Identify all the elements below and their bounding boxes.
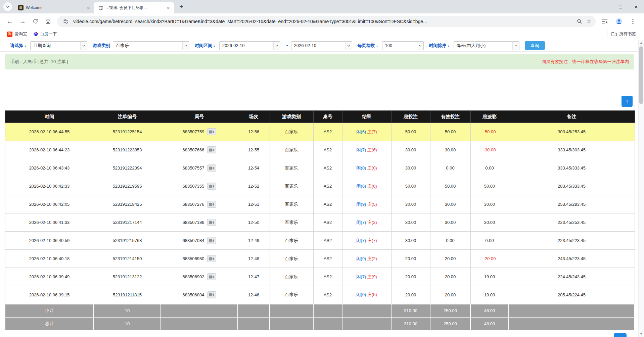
zoom-icon[interactable] [575, 17, 584, 26]
scroll-down-icon[interactable] [639, 332, 644, 336]
new-tab-button[interactable]: + [177, 2, 186, 11]
date-start-select[interactable]: 2026-02-10 [219, 41, 280, 50]
pagination-bottom-partial[interactable] [614, 333, 627, 337]
home-button[interactable] [42, 16, 54, 27]
cell-round: 683507276 [161, 195, 238, 213]
query-button[interactable]: 查询 [525, 41, 545, 50]
profile-button[interactable] [613, 16, 625, 27]
total-bet-link[interactable]: 30.00 [391, 141, 430, 159]
video-replay-icon[interactable] [207, 219, 216, 226]
cell-valid-bet: 0.00 [430, 159, 470, 177]
refresh-button[interactable] [30, 16, 41, 27]
subtotal-payout: 48.00 [470, 304, 509, 317]
video-replay-icon[interactable] [207, 255, 216, 262]
media-controls-button[interactable] [599, 16, 610, 27]
result-player: 闲(9) [356, 256, 366, 261]
result-banker: 庄(6) [367, 147, 377, 152]
game-type-select[interactable]: 百家乐 [113, 41, 189, 50]
browser-menu-button[interactable] [627, 16, 639, 27]
minimize-window-button[interactable] [597, 0, 612, 13]
address-bar[interactable]: videoie.com/game/betrecord_search/kind3?… [57, 16, 596, 27]
vertical-scrollbar[interactable] [638, 40, 644, 337]
table-row: 2026-02-10 06:42:33 523191219595 6835073… [5, 177, 635, 195]
summary-currency-text: 币别：人民币 | 总共 :10 注单 | [10, 59, 68, 65]
forward-button[interactable]: → [17, 16, 28, 27]
browser-tab-welcome[interactable]: Welcome × [14, 2, 94, 13]
cell-table: AS2 [313, 141, 342, 159]
video-replay-icon[interactable] [207, 273, 216, 280]
result-player: 闲(9) [356, 202, 366, 207]
video-replay-icon[interactable] [207, 183, 216, 190]
total-bet-link[interactable]: 20.00 [391, 286, 430, 304]
cell-session: 12-47 [238, 268, 270, 286]
video-replay-icon[interactable] [207, 146, 216, 153]
video-replay-icon[interactable] [207, 237, 216, 244]
result-banker: 庄(0) [367, 184, 377, 189]
col-header-payout: 总派彩 [470, 111, 509, 123]
site-info-icon[interactable] [61, 17, 71, 26]
table-row: 2026-02-10 06:44:55 523191225154 6835077… [5, 123, 635, 141]
cell-note: 333.45/303.45 [509, 141, 635, 159]
cell-game: 百家乐 [270, 159, 313, 177]
video-replay-icon[interactable] [207, 128, 216, 135]
cell-note: 224.45/243.45 [509, 268, 635, 286]
sort-order-select[interactable]: 降幂(由大到小) [454, 41, 519, 50]
empty-cell [342, 317, 391, 330]
video-replay-icon[interactable] [207, 291, 216, 298]
cell-time: 2026-02-10 06:44:55 [5, 123, 94, 141]
total-bet-link[interactable]: 50.00 [391, 123, 430, 141]
cell-game: 百家乐 [270, 123, 313, 141]
cell-bet-id: 523191223853 [94, 141, 161, 159]
cell-bet-id: 523191214150 [94, 250, 161, 268]
per-page-select[interactable]: 100 [382, 41, 424, 50]
tab-close-icon[interactable]: × [166, 5, 171, 11]
all-bookmarks-button[interactable]: 所有书签 [607, 30, 640, 38]
maximize-icon [619, 5, 622, 8]
total-bet-link[interactable]: 30.00 [391, 159, 430, 177]
bookmark-aitaobao[interactable]: 淘 爱淘宝 [4, 30, 30, 38]
bookmark-star-icon[interactable]: ☆ [584, 17, 594, 26]
kebab-menu-icon [632, 19, 634, 24]
round-id-text: 683507276 [182, 202, 204, 207]
empty-cell [509, 304, 635, 317]
empty-cell [238, 304, 270, 317]
total-bet-link[interactable]: 50.00 [391, 177, 430, 195]
close-window-button[interactable]: × [628, 0, 644, 13]
total-bet-link[interactable]: 30.00 [391, 232, 430, 250]
round-id-text: 683507084 [182, 238, 204, 243]
payout-cell: 30.00 [470, 213, 509, 232]
pagination-page-button[interactable]: 1 [622, 96, 633, 107]
cell-session: 12-46 [238, 286, 270, 304]
cell-time: 2026-02-10 06:42:33 [5, 177, 94, 195]
back-button[interactable]: ← [4, 16, 15, 27]
total-bet-link[interactable]: 20.00 [391, 250, 430, 268]
cell-table: AS2 [313, 268, 342, 286]
video-replay-icon[interactable] [207, 201, 216, 208]
video-replay-icon[interactable] [207, 164, 216, 172]
bookmark-baidu[interactable]: 百度一下 [30, 30, 60, 38]
total-bet-link[interactable]: 30.00 [391, 213, 430, 232]
cell-round: 683507759 [161, 123, 238, 141]
date-mode-select[interactable]: 日期查询 [30, 41, 87, 50]
total-bet-link[interactable]: 20.00 [391, 268, 430, 286]
empty-cell [161, 317, 238, 330]
cell-valid-bet: 30.00 [430, 141, 470, 159]
summary-bar: 币别：人民币 | 总共 :10 注单 | 同局有效投注，统一计算在该局第一张注单… [5, 54, 634, 69]
navigation-bar: ← → videoie.com/game/betrecord_search/ki… [0, 13, 644, 29]
table-header-row: 时间 注单编号 局号 场次 游戏类别 桌号 结果 总投注 有效投注 总派彩 备注 [5, 111, 635, 123]
url-text[interactable]: videoie.com/game/betrecord_search/kind3?… [73, 19, 572, 24]
maximize-window-button[interactable] [612, 0, 628, 13]
game-type-value: 百家乐 [113, 43, 182, 49]
cell-result: 闲(7) 庄(7) [342, 232, 391, 250]
cell-valid-bet: 30.00 [430, 213, 470, 232]
total-bet-link[interactable]: 30.00 [391, 195, 430, 213]
scrollbar-thumb[interactable] [639, 46, 643, 104]
scroll-up-icon[interactable] [639, 41, 644, 45]
col-header-note: 备注 [509, 111, 635, 123]
cell-table: AS2 [313, 123, 342, 141]
tab-close-icon[interactable]: × [86, 5, 91, 11]
browser-tab-bet-records[interactable]: :::视讯. 会员下注纪录::: × [94, 2, 174, 13]
date-end-select[interactable]: 2026-02-10 [291, 41, 352, 50]
media-controls-icon [602, 19, 608, 24]
tab-search-button[interactable] [3, 2, 12, 11]
